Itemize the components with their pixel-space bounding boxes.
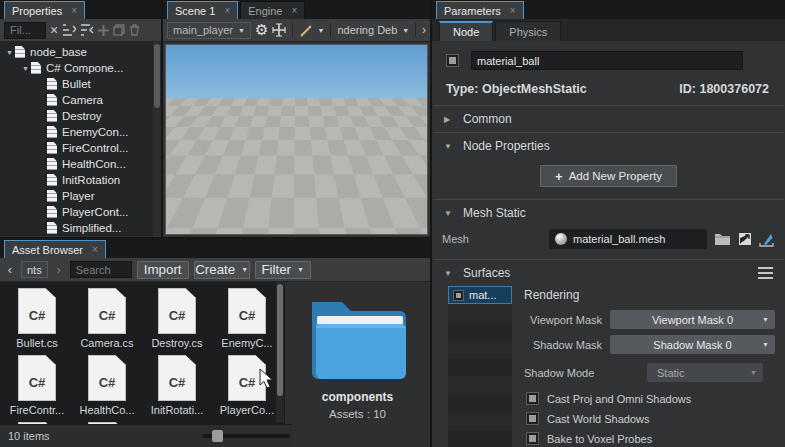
csharp-badge: C# <box>239 367 256 390</box>
mesh-asset-field[interactable]: material_ball.mesh <box>549 229 707 249</box>
filter-button[interactable]: Filter▼ <box>255 261 311 279</box>
add-new-property-button[interactable]: + Add New Property <box>540 165 677 187</box>
file-icon <box>47 126 57 138</box>
asset-grid-scrollbar[interactable] <box>276 282 284 422</box>
forward-icon[interactable]: › <box>53 262 65 277</box>
node-name-input[interactable] <box>471 51 743 70</box>
section-mesh-static[interactable]: ▼ Mesh Static <box>432 200 785 226</box>
import-button[interactable]: Import <box>137 261 189 279</box>
asset-item[interactable]: C#EnemyC... <box>212 286 282 353</box>
rendering-header: Rendering <box>524 288 775 302</box>
asset-item[interactable]: C#InitRotati... <box>142 353 212 420</box>
tree-item[interactable]: PlayerCont... <box>0 204 161 220</box>
create-button[interactable]: Create▼ <box>194 261 250 279</box>
chevron-down-icon[interactable]: ▼ <box>317 27 324 34</box>
caret-down-icon[interactable]: ▼ <box>444 142 454 151</box>
tree-item[interactable]: ▼C# Compone... <box>0 60 161 76</box>
add-property-icon[interactable] <box>98 25 109 36</box>
search-input[interactable] <box>70 261 132 278</box>
surfaces-menu-icon[interactable] <box>758 272 773 274</box>
tab-node[interactable]: Node <box>439 21 493 41</box>
close-icon[interactable]: × <box>71 6 77 16</box>
scene-viewport[interactable] <box>165 44 428 235</box>
node-enabled-checkbox[interactable] <box>446 54 459 67</box>
folder-preview-pane[interactable]: components Assets : 10 <box>284 282 430 447</box>
tab-asset-browser-label: Asset Browser <box>12 244 83 256</box>
surface-list-item[interactable]: mat... <box>448 286 512 304</box>
caret-icon[interactable]: ▼ <box>4 49 15 56</box>
asset-item-label: FireContr... <box>2 404 72 416</box>
properties-filter-input[interactable] <box>4 22 46 39</box>
type-value: ObjectMeshStatic <box>482 82 587 96</box>
scene-tabbar: Scene 1 × Engine × <box>163 0 430 19</box>
tab-physics[interactable]: Physics <box>495 21 561 41</box>
shadow-mode-dropdown[interactable]: Static ▼ <box>647 363 763 382</box>
asset-item[interactable]: C#Bullet.cs <box>2 286 72 353</box>
tree-item[interactable]: Destroy <box>0 108 161 124</box>
tree-item[interactable]: Simplified... <box>0 220 161 236</box>
close-icon[interactable]: × <box>92 245 98 255</box>
camera-select-dropdown[interactable]: main_player ▼ <box>167 22 251 39</box>
close-icon[interactable]: × <box>224 6 230 16</box>
replace-asset-icon[interactable] <box>738 232 752 246</box>
move-tool-icon[interactable] <box>272 23 286 37</box>
tree-item[interactable]: EnemyCon... <box>0 124 161 140</box>
checkbox-row[interactable]: Cast Proj and Omni Shadows <box>526 392 775 405</box>
toolbar-overflow-icon[interactable]: › <box>422 23 426 37</box>
tab-parameters[interactable]: Parameters × <box>436 1 524 19</box>
caret-icon[interactable]: ▼ <box>20 65 31 72</box>
slider-knob[interactable] <box>212 430 223 442</box>
tab-engine[interactable]: Engine × <box>240 1 305 19</box>
section-node-properties[interactable]: ▼ Node Properties <box>432 133 785 159</box>
tab-asset-browser[interactable]: Asset Browser × <box>4 240 106 258</box>
tree-scrollbar[interactable] <box>153 42 161 236</box>
section-surfaces[interactable]: ▼ Surfaces <box>432 260 785 286</box>
delete-property-icon[interactable] <box>129 24 140 36</box>
rendering-debug-dropdown[interactable]: ndering Deb ▼ <box>337 24 409 36</box>
caret-right-icon[interactable]: ▶ <box>444 115 454 124</box>
file-icon <box>47 142 57 154</box>
close-icon[interactable]: × <box>291 6 297 16</box>
caret-down-icon[interactable]: ▼ <box>444 209 454 218</box>
browse-folder-icon[interactable] <box>714 232 731 246</box>
asset-item[interactable]: C#FireContr... <box>2 353 72 420</box>
checkbox[interactable] <box>526 392 539 405</box>
material-ball-object[interactable] <box>244 103 364 207</box>
asset-item[interactable]: C#Destroy.cs <box>142 286 212 353</box>
gear-icon[interactable]: ⚙ <box>255 21 268 39</box>
tree-item[interactable]: HealthCon... <box>0 156 161 172</box>
tree-item[interactable]: Camera <box>0 92 161 108</box>
node-type: Type: ObjectMeshStatic <box>446 82 587 96</box>
viewport-mask-dropdown[interactable]: Viewport Mask 0 ▼ <box>610 310 775 329</box>
tree-item[interactable]: FireControl... <box>0 140 161 156</box>
tree-item[interactable]: ▼node_base <box>0 44 161 60</box>
parameters-subtabs: Node Physics <box>432 19 785 41</box>
parameters-body: Type: ObjectMeshStatic ID: 1800376072 ▶ … <box>432 41 785 447</box>
checkbox-row[interactable]: Cast World Shadows <box>526 412 775 425</box>
chevron-down-icon: ▼ <box>750 369 757 376</box>
close-icon[interactable]: × <box>510 6 516 16</box>
surface-enabled-checkbox[interactable] <box>453 290 464 301</box>
collapse-hierarchy-icon[interactable] <box>80 24 94 36</box>
tree-item[interactable]: Player <box>0 188 161 204</box>
checkbox[interactable] <box>526 432 539 445</box>
breadcrumb[interactable]: nts <box>21 261 48 278</box>
tree-item[interactable]: InitRotation <box>0 172 161 188</box>
clone-property-icon[interactable] <box>113 24 125 36</box>
back-icon[interactable]: ‹ <box>4 262 16 277</box>
thumbnail-size-slider[interactable] <box>202 434 290 438</box>
asset-item[interactable]: C#HealthCo... <box>72 353 142 420</box>
tree-item[interactable]: Bullet <box>0 76 161 92</box>
wand-tool-icon[interactable] <box>299 24 313 37</box>
expand-hierarchy-icon[interactable] <box>62 24 76 36</box>
edit-asset-icon[interactable] <box>759 232 774 247</box>
section-common[interactable]: ▶ Common <box>432 106 785 132</box>
checkbox-row[interactable]: Bake to Voxel Probes <box>526 432 775 445</box>
tab-scene-1[interactable]: Scene 1 × <box>167 1 238 19</box>
checkbox[interactable] <box>526 412 539 425</box>
caret-down-icon[interactable]: ▼ <box>444 269 454 278</box>
tab-properties[interactable]: Properties × <box>4 1 85 19</box>
clear-filter-icon[interactable]: × <box>50 22 58 38</box>
shadow-mask-dropdown[interactable]: Shadow Mask 0 ▼ <box>610 335 775 354</box>
asset-item[interactable]: C#Camera.cs <box>72 286 142 353</box>
